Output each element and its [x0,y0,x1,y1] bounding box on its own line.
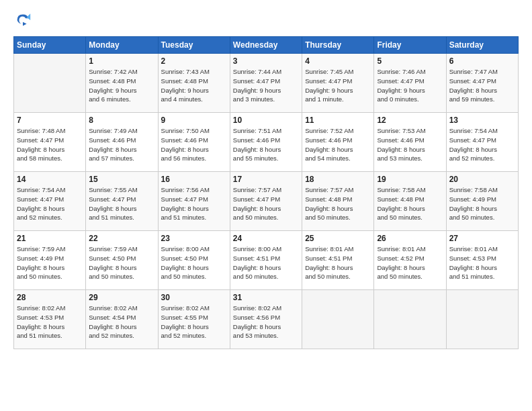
calendar-cell [446,290,518,349]
header-wednesday: Wednesday [230,37,302,54]
day-number: 17 [233,175,299,184]
day-info: Sunrise: 8:01 AM Sunset: 4:53 PM Dayligh… [449,244,515,281]
day-number: 15 [89,175,154,184]
day-info: Sunrise: 7:55 AM Sunset: 4:47 PM Dayligh… [89,185,154,222]
week-row-0: 1Sunrise: 7:42 AM Sunset: 4:48 PM Daylig… [14,54,519,113]
day-number: 24 [233,234,299,243]
day-number: 29 [89,293,154,302]
day-number: 19 [377,175,443,184]
day-number: 4 [305,56,371,66]
calendar-cell: 25Sunrise: 8:01 AM Sunset: 4:51 PM Dayli… [302,231,374,290]
day-info: Sunrise: 7:45 AM Sunset: 4:47 PM Dayligh… [305,67,371,104]
calendar-cell: 7Sunrise: 7:48 AM Sunset: 4:47 PM Daylig… [14,113,86,172]
calendar-cell [302,290,374,349]
calendar-cell: 15Sunrise: 7:55 AM Sunset: 4:47 PM Dayli… [86,172,158,231]
calendar-cell: 14Sunrise: 7:54 AM Sunset: 4:47 PM Dayli… [14,172,86,231]
day-number: 31 [233,293,299,302]
day-number: 11 [305,116,371,125]
day-info: Sunrise: 7:57 AM Sunset: 4:48 PM Dayligh… [305,185,371,222]
calendar-cell: 17Sunrise: 7:57 AM Sunset: 4:47 PM Dayli… [230,172,302,231]
day-number: 25 [305,234,371,243]
calendar-cell: 2Sunrise: 7:43 AM Sunset: 4:48 PM Daylig… [158,54,230,113]
day-number: 8 [89,116,154,125]
calendar-cell: 16Sunrise: 7:56 AM Sunset: 4:47 PM Dayli… [158,172,230,231]
day-number: 26 [377,234,443,243]
day-info: Sunrise: 7:53 AM Sunset: 4:46 PM Dayligh… [377,126,443,163]
calendar-cell: 23Sunrise: 8:00 AM Sunset: 4:50 PM Dayli… [158,231,230,290]
calendar-cell: 18Sunrise: 7:57 AM Sunset: 4:48 PM Dayli… [302,172,374,231]
day-info: Sunrise: 7:54 AM Sunset: 4:47 PM Dayligh… [449,126,515,163]
day-info: Sunrise: 7:49 AM Sunset: 4:46 PM Dayligh… [89,126,154,163]
header-tuesday: Tuesday [158,37,230,54]
day-info: Sunrise: 7:42 AM Sunset: 4:48 PM Dayligh… [89,67,154,104]
day-number: 20 [449,175,515,184]
day-info: Sunrise: 7:58 AM Sunset: 4:49 PM Dayligh… [449,185,515,222]
day-info: Sunrise: 7:44 AM Sunset: 4:47 PM Dayligh… [233,67,299,104]
day-info: Sunrise: 8:02 AM Sunset: 4:55 PM Dayligh… [161,304,227,340]
week-row-4: 28Sunrise: 8:02 AM Sunset: 4:53 PM Dayli… [14,290,519,349]
day-info: Sunrise: 7:59 AM Sunset: 4:50 PM Dayligh… [89,244,154,281]
logo-icon [13,11,32,30]
day-number: 10 [233,116,299,125]
calendar-cell: 13Sunrise: 7:54 AM Sunset: 4:47 PM Dayli… [446,113,518,172]
header-friday: Friday [374,37,446,54]
day-number: 2 [161,56,227,66]
day-number: 27 [449,234,515,243]
day-number: 14 [17,175,83,184]
calendar-cell: 4Sunrise: 7:45 AM Sunset: 4:47 PM Daylig… [302,54,374,113]
calendar-cell: 30Sunrise: 8:02 AM Sunset: 4:55 PM Dayli… [158,290,230,349]
day-info: Sunrise: 8:01 AM Sunset: 4:52 PM Dayligh… [377,244,443,281]
calendar-cell: 6Sunrise: 7:47 AM Sunset: 4:47 PM Daylig… [446,54,518,113]
calendar-cell: 21Sunrise: 7:59 AM Sunset: 4:49 PM Dayli… [14,231,86,290]
week-row-2: 14Sunrise: 7:54 AM Sunset: 4:47 PM Dayli… [14,172,519,231]
day-info: Sunrise: 7:57 AM Sunset: 4:47 PM Dayligh… [233,185,299,222]
header-monday: Monday [86,37,158,54]
day-info: Sunrise: 7:47 AM Sunset: 4:47 PM Dayligh… [449,67,515,104]
day-number: 9 [161,116,227,125]
calendar-cell: 26Sunrise: 8:01 AM Sunset: 4:52 PM Dayli… [374,231,446,290]
calendar-cell: 27Sunrise: 8:01 AM Sunset: 4:53 PM Dayli… [446,231,518,290]
day-number: 18 [305,175,371,184]
day-info: Sunrise: 7:56 AM Sunset: 4:47 PM Dayligh… [161,185,227,222]
calendar-table: SundayMondayTuesdayWednesdayThursdayFrid… [13,36,519,349]
day-number: 23 [161,234,227,243]
calendar-cell: 12Sunrise: 7:53 AM Sunset: 4:46 PM Dayli… [374,113,446,172]
day-number: 16 [161,175,227,184]
day-info: Sunrise: 8:00 AM Sunset: 4:51 PM Dayligh… [233,244,299,281]
day-info: Sunrise: 7:59 AM Sunset: 4:49 PM Dayligh… [17,244,83,281]
week-row-3: 21Sunrise: 7:59 AM Sunset: 4:49 PM Dayli… [14,231,519,290]
header-row: SundayMondayTuesdayWednesdayThursdayFrid… [14,37,519,54]
calendar-cell: 9Sunrise: 7:50 AM Sunset: 4:46 PM Daylig… [158,113,230,172]
day-number: 22 [89,234,154,243]
day-number: 6 [449,56,515,66]
day-info: Sunrise: 7:58 AM Sunset: 4:48 PM Dayligh… [377,185,443,222]
day-info: Sunrise: 8:02 AM Sunset: 4:54 PM Dayligh… [89,304,154,340]
calendar-cell: 19Sunrise: 7:58 AM Sunset: 4:48 PM Dayli… [374,172,446,231]
calendar-cell: 22Sunrise: 7:59 AM Sunset: 4:50 PM Dayli… [86,231,158,290]
header-thursday: Thursday [302,37,374,54]
day-number: 28 [17,293,83,302]
day-info: Sunrise: 8:02 AM Sunset: 4:53 PM Dayligh… [17,304,83,340]
header-saturday: Saturday [446,37,518,54]
calendar-cell: 5Sunrise: 7:46 AM Sunset: 4:47 PM Daylig… [374,54,446,113]
day-info: Sunrise: 7:52 AM Sunset: 4:46 PM Dayligh… [305,126,371,163]
calendar-cell: 11Sunrise: 7:52 AM Sunset: 4:46 PM Dayli… [302,113,374,172]
calendar-cell: 28Sunrise: 8:02 AM Sunset: 4:53 PM Dayli… [14,290,86,349]
calendar-cell: 31Sunrise: 8:02 AM Sunset: 4:56 PM Dayli… [230,290,302,349]
calendar-cell: 29Sunrise: 8:02 AM Sunset: 4:54 PM Dayli… [86,290,158,349]
calendar-cell: 3Sunrise: 7:44 AM Sunset: 4:47 PM Daylig… [230,54,302,113]
day-info: Sunrise: 8:02 AM Sunset: 4:56 PM Dayligh… [233,304,299,340]
day-number: 5 [377,56,443,66]
day-info: Sunrise: 7:50 AM Sunset: 4:46 PM Dayligh… [161,126,227,163]
day-info: Sunrise: 8:00 AM Sunset: 4:50 PM Dayligh… [161,244,227,281]
logo [13,11,35,30]
calendar-cell: 8Sunrise: 7:49 AM Sunset: 4:46 PM Daylig… [86,113,158,172]
day-info: Sunrise: 7:46 AM Sunset: 4:47 PM Dayligh… [377,67,443,104]
day-number: 1 [89,56,154,66]
header-sunday: Sunday [14,37,86,54]
day-info: Sunrise: 7:48 AM Sunset: 4:47 PM Dayligh… [17,126,83,163]
calendar-cell [374,290,446,349]
day-info: Sunrise: 8:01 AM Sunset: 4:51 PM Dayligh… [305,244,371,281]
day-number: 3 [233,56,299,66]
calendar-cell: 10Sunrise: 7:51 AM Sunset: 4:46 PM Dayli… [230,113,302,172]
